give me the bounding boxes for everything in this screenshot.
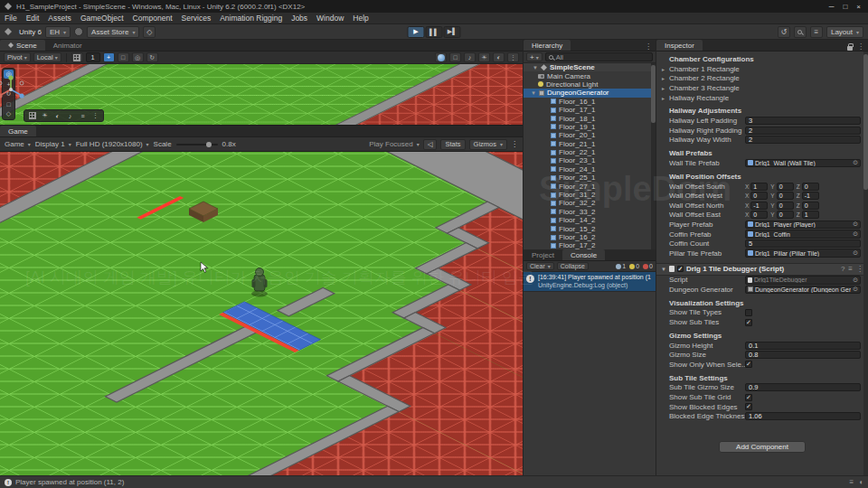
menu-item[interactable]: GameObject (76, 14, 128, 23)
menu-item[interactable]: Component (128, 14, 177, 23)
foldout-row[interactable]: ▸ Chamber 1 Rectangle (656, 64, 868, 74)
hierarchy-item-floor[interactable]: Floor_15_2 (524, 224, 656, 232)
x-field[interactable]: 1 (750, 183, 768, 191)
audio-toggle-icon[interactable]: ♪ (464, 52, 476, 62)
x-field[interactable]: 0 (750, 192, 768, 200)
more-icon[interactable]: ⋮ (857, 42, 864, 51)
hierarchy-item-main-camera[interactable]: Main Camera (524, 71, 656, 80)
checkbox[interactable]: ✓ (745, 394, 752, 401)
z-field[interactable]: 0 (802, 183, 819, 191)
layout-dropdown[interactable]: Layout▾ (826, 26, 863, 38)
scrollbar-thumb[interactable] (863, 54, 868, 190)
create-button[interactable]: +▾ (526, 52, 542, 61)
maximize-button[interactable]: □ (843, 3, 847, 11)
object-picker-icon[interactable]: ⊙ (853, 159, 858, 166)
object-field[interactable]: Drlg1_Coffin ⊙ (745, 230, 861, 239)
menu-item[interactable]: Help (348, 14, 373, 23)
x-field[interactable]: -1 (750, 202, 768, 210)
hierarchy-item-dungeon-generator[interactable]: ▼ DungeonGenerator (524, 89, 656, 97)
value-field[interactable]: 2 (745, 136, 861, 144)
game-viewport[interactable] (0, 152, 523, 475)
pause-button[interactable]: ▌▌ (426, 26, 443, 38)
help-icon[interactable]: ? (841, 265, 844, 273)
error-count-badge[interactable]: 0 (643, 263, 653, 269)
menu-item[interactable]: Services (177, 14, 216, 23)
console-log-entry[interactable]: ! [16:39:41] Player spawned at position … (524, 272, 656, 292)
search-icon[interactable] (794, 26, 807, 38)
add-component-button[interactable]: Add Component (719, 441, 806, 453)
undo-history-icon[interactable]: ↺ (778, 26, 790, 38)
scrollbar-thumb[interactable] (651, 65, 656, 123)
asset-store-button[interactable]: Asset Store▾ (87, 26, 139, 38)
object-picker-icon[interactable]: ⊙ (853, 221, 858, 228)
menu-item[interactable]: Edit (22, 14, 44, 23)
layers-icon[interactable]: ≡ (810, 26, 823, 38)
value-field[interactable]: 2 (745, 127, 861, 135)
foldout-icon[interactable]: ▸ (662, 85, 669, 91)
handle-orientation-toggle[interactable]: Local▾ (33, 52, 61, 62)
snap-increment-icon[interactable]: □ (118, 52, 129, 62)
more-icon[interactable]: ⋮ (645, 42, 652, 51)
more-icon[interactable]: ⋮ (511, 140, 518, 148)
x-field[interactable]: 0 (750, 211, 768, 219)
camera-settings-icon[interactable]: ◐ (493, 52, 505, 62)
clear-button[interactable]: Clear▾ (526, 262, 554, 270)
foldout-icon[interactable]: ▼ (531, 90, 536, 96)
foldout-icon[interactable]: ▸ (662, 75, 669, 81)
tab-scene[interactable]: Scene (0, 40, 45, 51)
value-field[interactable]: 3 (745, 117, 861, 125)
z-field[interactable]: -1 (802, 192, 819, 200)
search-input[interactable]: All (545, 52, 653, 61)
value-field[interactable]: 0.9 (745, 383, 861, 391)
game-mode-dropdown[interactable]: Game▾ (5, 140, 31, 148)
value-field[interactable]: 0.1 (745, 342, 861, 350)
hierarchy-item-floor[interactable]: Floor_31_2 (524, 191, 656, 199)
hierarchy-item-floor[interactable]: Floor_18_1 (524, 114, 656, 122)
hierarchy-item-floor[interactable]: Floor_17_1 (524, 106, 656, 114)
inspector-scrollbar[interactable] (863, 52, 868, 475)
hierarchy-item-floor[interactable]: Floor_17_2 (524, 241, 656, 249)
y-field[interactable]: 0 (777, 192, 794, 200)
tab-inspector[interactable]: Inspector (656, 40, 703, 51)
step-button[interactable]: ▶▌ (444, 26, 461, 38)
grid-visibility-icon[interactable] (71, 52, 83, 62)
menu-item[interactable]: File (0, 14, 22, 23)
value-field[interactable]: 1.06 (745, 412, 861, 420)
resolution-dropdown[interactable]: Full HD (1920x1080)▾ (76, 140, 149, 148)
hierarchy-item-floor[interactable]: Floor_25_1 (524, 174, 656, 182)
tab-animator[interactable]: Animator (45, 40, 90, 51)
hierarchy-item-floor[interactable]: Floor_32_2 (524, 199, 656, 207)
y-field[interactable]: 0 (777, 211, 794, 219)
grid-snapping-icon[interactable]: + (103, 52, 115, 62)
menu-item[interactable]: Jobs (287, 14, 312, 23)
more-icon[interactable]: ⋮ (856, 265, 863, 273)
mute-audio-icon[interactable]: ◁ (423, 139, 438, 150)
component-enabled-checkbox[interactable]: ✓ (677, 266, 684, 272)
hierarchy-item-floor[interactable]: Floor_20_1 (524, 131, 656, 139)
tab-project[interactable]: Project (524, 249, 562, 260)
y-field[interactable]: 0 (777, 202, 794, 210)
y-field[interactable]: 0 (777, 183, 794, 191)
z-field[interactable]: 0 (802, 202, 819, 210)
stats-button[interactable]: Stats (440, 139, 465, 150)
console-shortcut-icon[interactable]: ≡ (849, 478, 854, 486)
value-field[interactable]: 5 (745, 239, 861, 248)
hierarchy-item-floor[interactable]: Floor_24_1 (524, 165, 656, 174)
hierarchy-item-floor[interactable]: Floor_16_2 (524, 233, 656, 241)
presets-icon[interactable]: ≡ (848, 265, 853, 273)
warning-count-badge[interactable]: 0 (629, 263, 639, 269)
tab-game[interactable]: Game (0, 126, 36, 136)
menu-item[interactable]: Window (312, 14, 348, 23)
tool-settings-icon[interactable]: ◎ (132, 52, 144, 62)
foldout-row[interactable]: ▸ Hallway Rectangle (656, 93, 868, 103)
object-field[interactable]: Drlg1_Player (Player) ⊙ (745, 221, 861, 230)
slider-thumb[interactable] (206, 142, 212, 147)
scene-viewport[interactable]: ◎ + ↻ □ ◇ ☀ ◐ ♪ ≡ ⋮ (0, 64, 523, 126)
play-button[interactable]: ▶ (408, 26, 425, 38)
foldout-icon[interactable]: ▼ (661, 267, 666, 272)
2d-toggle-icon[interactable]: □ (449, 52, 461, 62)
hierarchy-item-floor[interactable]: Floor_33_2 (524, 208, 656, 216)
close-button[interactable]: × (856, 3, 861, 11)
hierarchy-item-floor[interactable]: Floor_14_2 (524, 216, 656, 224)
background-tasks-icon[interactable]: ◐ (859, 478, 863, 486)
